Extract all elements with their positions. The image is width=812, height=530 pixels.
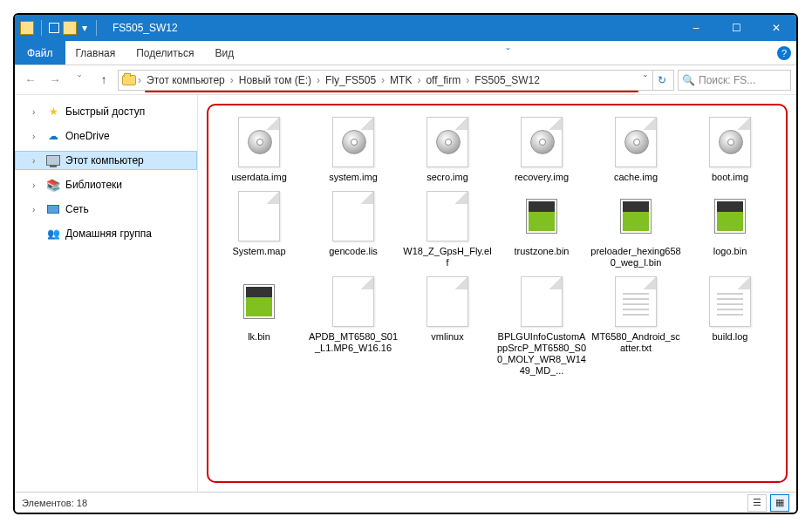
- file-label: logo.bin: [713, 246, 747, 257]
- net-icon: [46, 202, 60, 216]
- tab-share[interactable]: Поделиться: [126, 41, 204, 65]
- file-item[interactable]: build.log: [685, 274, 775, 377]
- file-label: recovery.img: [515, 172, 569, 183]
- file-item[interactable]: MT6580_Android_scatter.txt: [590, 274, 681, 377]
- file-label: build.log: [713, 331, 748, 343]
- file-item[interactable]: secro.img: [402, 114, 493, 183]
- sidebar-item[interactable]: ›Библиотеки: [15, 175, 197, 194]
- chevron-right-icon[interactable]: ›: [379, 74, 386, 86]
- window-controls: – ☐ ✕: [676, 15, 796, 41]
- file-label: preloader_hexing6580_weg_l.bin: [590, 246, 681, 268]
- file-item[interactable]: System.map: [214, 188, 304, 268]
- chevron-right-icon[interactable]: ›: [136, 74, 143, 86]
- file-item[interactable]: lk.bin: [214, 274, 304, 377]
- window-title: FS505_SW12: [113, 22, 178, 34]
- home-icon: [46, 227, 60, 241]
- status-bar: Элементов: 18 ☰ ▦: [15, 492, 796, 513]
- file-item[interactable]: cache.img: [590, 114, 681, 183]
- address-box[interactable]: › Этот компьютер›Новый том (E:)›Fly_FS50…: [118, 70, 674, 91]
- sidebar-item-label: Домашняя группа: [65, 228, 152, 240]
- ribbon: Файл Главная Поделиться Вид ˇ ?: [15, 41, 796, 65]
- up-button[interactable]: ↑: [93, 70, 114, 91]
- sidebar-item-label: Быстрый доступ: [65, 105, 145, 118]
- file-view: userdata.imgsystem.imgsecro.imgrecovery.…: [198, 95, 796, 492]
- status-count: 18: [77, 498, 87, 508]
- expander-icon[interactable]: ›: [32, 180, 41, 190]
- breadcrumb-segment[interactable]: MTK: [386, 74, 415, 86]
- file-thumbnail: [702, 114, 758, 170]
- ribbon-expand-icon[interactable]: ˇ: [496, 41, 521, 65]
- chevron-right-icon[interactable]: ›: [315, 74, 322, 86]
- file-item[interactable]: BPLGUInfoCustomAppSrcP_MT6580_S00_MOLY_W…: [496, 274, 587, 377]
- file-grid: userdata.imgsystem.imgsecro.imgrecovery.…: [205, 105, 789, 385]
- qat-checkbox[interactable]: [49, 23, 59, 33]
- file-thumbnail: [420, 188, 475, 244]
- recent-dropdown[interactable]: ˇ: [69, 70, 90, 91]
- status-label: Элементов:: [22, 498, 74, 508]
- sidebar-item-label: Библиотеки: [65, 179, 122, 191]
- breadcrumb-segment[interactable]: off_firm: [422, 74, 464, 86]
- tab-home[interactable]: Главная: [65, 41, 126, 65]
- chevron-right-icon[interactable]: ›: [415, 74, 422, 86]
- file-thumbnail: [231, 188, 287, 244]
- file-label: lk.bin: [248, 331, 270, 343]
- forward-button[interactable]: →: [44, 70, 65, 91]
- help-button[interactable]: ?: [772, 41, 796, 65]
- folder-icon: [122, 75, 136, 85]
- sidebar-item[interactable]: Домашняя группа: [15, 224, 197, 243]
- address-dropdown-icon[interactable]: ˇ: [638, 74, 652, 86]
- chevron-right-icon[interactable]: ›: [464, 74, 471, 86]
- sidebar-item[interactable]: ›Сеть: [15, 200, 197, 219]
- file-item[interactable]: boot.img: [685, 114, 775, 183]
- file-item[interactable]: logo.bin: [685, 188, 775, 268]
- file-thumbnail: [514, 188, 570, 244]
- file-thumbnail: [231, 274, 287, 330]
- folder-icon: [20, 21, 34, 35]
- expander-icon[interactable]: ›: [32, 132, 41, 141]
- star-icon: [46, 105, 60, 119]
- expander-icon[interactable]: ›: [32, 107, 41, 117]
- file-item[interactable]: system.img: [308, 114, 399, 183]
- file-item[interactable]: preloader_hexing6580_weg_l.bin: [590, 188, 681, 268]
- details-view-button[interactable]: ☰: [747, 494, 767, 512]
- search-input[interactable]: 🔍 Поиск: FS...: [678, 70, 791, 91]
- sidebar-item[interactable]: ›Этот компьютер: [15, 151, 197, 170]
- breadcrumb-segment[interactable]: FS505_SW12: [471, 74, 543, 86]
- file-thumbnail: [325, 114, 381, 170]
- file-thumbnail: [231, 114, 287, 170]
- expander-icon[interactable]: ›: [32, 156, 41, 166]
- breadcrumb-segment[interactable]: Fly_FS505: [322, 74, 379, 86]
- file-thumbnail: [325, 188, 381, 244]
- refresh-button[interactable]: ↻: [652, 71, 670, 90]
- file-item[interactable]: trustzone.bin: [496, 188, 587, 268]
- file-item[interactable]: APDB_MT6580_S01_L1.MP6_W16.16: [308, 274, 399, 377]
- file-label: cache.img: [614, 172, 658, 183]
- file-label: gencode.lis: [329, 246, 378, 257]
- file-item[interactable]: vmlinux: [402, 274, 493, 377]
- navigation-pane: ›Быстрый доступ›OneDrive›Этот компьютер›…: [15, 95, 198, 492]
- sidebar-item[interactable]: ›Быстрый доступ: [15, 102, 197, 121]
- content-area: ›Быстрый доступ›OneDrive›Этот компьютер›…: [15, 95, 796, 492]
- file-tab[interactable]: Файл: [15, 41, 65, 65]
- file-thumbnail: [325, 274, 381, 330]
- minimize-button[interactable]: –: [676, 15, 716, 41]
- back-button[interactable]: ←: [20, 70, 41, 91]
- breadcrumb-segment[interactable]: Этот компьютер: [143, 74, 229, 86]
- file-label: system.img: [329, 172, 378, 183]
- file-item[interactable]: W18_Z_GpsH_Fly.elf: [402, 188, 493, 268]
- file-item[interactable]: recovery.img: [496, 114, 587, 183]
- file-label: System.map: [232, 246, 285, 257]
- icons-view-button[interactable]: ▦: [770, 494, 789, 512]
- annotation-underline: [145, 91, 638, 92]
- maximize-button[interactable]: ☐: [716, 15, 756, 41]
- tab-view[interactable]: Вид: [204, 41, 244, 65]
- close-button[interactable]: ✕: [756, 15, 796, 41]
- file-thumbnail: [514, 114, 570, 170]
- chevron-right-icon[interactable]: ›: [229, 74, 235, 86]
- breadcrumb-segment[interactable]: Новый том (E:): [235, 74, 315, 86]
- qat-dropdown-icon[interactable]: ▾: [80, 22, 89, 34]
- file-item[interactable]: gencode.lis: [308, 188, 399, 268]
- expander-icon[interactable]: ›: [32, 205, 41, 214]
- sidebar-item[interactable]: ›OneDrive: [15, 126, 197, 146]
- file-item[interactable]: userdata.img: [214, 114, 304, 183]
